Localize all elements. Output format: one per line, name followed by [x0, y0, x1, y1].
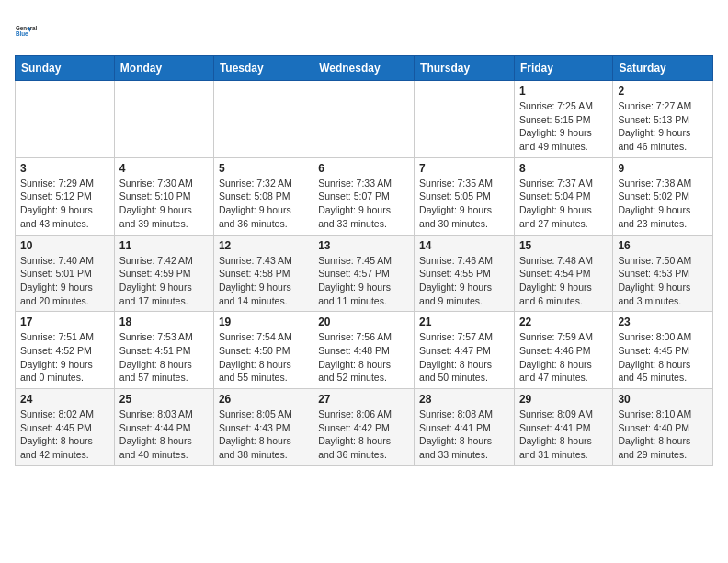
day-info: Sunrise: 7:33 AM Sunset: 5:07 PM Dayligh…: [318, 177, 409, 231]
day-cell: 15Sunrise: 7:48 AM Sunset: 4:54 PM Dayli…: [514, 235, 612, 312]
day-info: Sunrise: 7:54 AM Sunset: 4:50 PM Dayligh…: [219, 330, 308, 385]
header: General Blue: [15, 15, 713, 48]
day-cell: 18Sunrise: 7:53 AM Sunset: 4:51 PM Dayli…: [114, 312, 213, 389]
week-row-4: 17Sunrise: 7:51 AM Sunset: 4:52 PM Dayli…: [16, 312, 713, 389]
weekday-header-saturday: Saturday: [613, 56, 713, 81]
day-cell: 13Sunrise: 7:45 AM Sunset: 4:57 PM Dayli…: [313, 235, 415, 312]
day-number: 14: [419, 239, 509, 252]
day-number: 15: [519, 239, 608, 252]
day-number: 23: [618, 316, 708, 328]
day-cell: 30Sunrise: 8:10 AM Sunset: 4:40 PM Dayli…: [613, 389, 713, 466]
day-number: 21: [419, 316, 509, 328]
day-number: 9: [618, 162, 708, 175]
day-cell: 19Sunrise: 7:54 AM Sunset: 4:50 PM Dayli…: [213, 312, 313, 389]
day-cell: 22Sunrise: 7:59 AM Sunset: 4:46 PM Dayli…: [514, 312, 612, 389]
logo: General Blue: [15, 15, 48, 48]
day-info: Sunrise: 8:02 AM Sunset: 4:45 PM Dayligh…: [20, 408, 109, 462]
day-info: Sunrise: 7:53 AM Sunset: 4:51 PM Dayligh…: [119, 330, 209, 385]
day-cell: 14Sunrise: 7:46 AM Sunset: 4:55 PM Dayli…: [415, 235, 515, 312]
day-info: Sunrise: 7:46 AM Sunset: 4:55 PM Dayligh…: [419, 254, 509, 308]
weekday-header-row: SundayMondayTuesdayWednesdayThursdayFrid…: [16, 56, 713, 81]
day-number: 19: [219, 316, 308, 328]
day-cell: [415, 81, 515, 158]
day-number: 8: [519, 162, 608, 175]
day-info: Sunrise: 7:51 AM Sunset: 4:52 PM Dayligh…: [20, 330, 109, 385]
day-info: Sunrise: 7:42 AM Sunset: 4:59 PM Dayligh…: [119, 254, 209, 308]
day-info: Sunrise: 7:30 AM Sunset: 5:10 PM Dayligh…: [119, 177, 209, 231]
day-cell: 12Sunrise: 7:43 AM Sunset: 4:58 PM Dayli…: [213, 235, 313, 312]
day-cell: 29Sunrise: 8:09 AM Sunset: 4:41 PM Dayli…: [514, 389, 612, 466]
day-cell: 20Sunrise: 7:56 AM Sunset: 4:48 PM Dayli…: [313, 312, 415, 389]
day-info: Sunrise: 7:43 AM Sunset: 4:58 PM Dayligh…: [219, 254, 308, 308]
day-info: Sunrise: 7:35 AM Sunset: 5:05 PM Dayligh…: [419, 177, 509, 231]
day-cell: 9Sunrise: 7:38 AM Sunset: 5:02 PM Daylig…: [613, 157, 713, 235]
day-number: 16: [618, 239, 708, 252]
weekday-header-tuesday: Tuesday: [213, 56, 313, 81]
day-info: Sunrise: 8:09 AM Sunset: 4:41 PM Dayligh…: [519, 408, 608, 462]
day-info: Sunrise: 7:50 AM Sunset: 4:53 PM Dayligh…: [618, 254, 708, 308]
calendar: SundayMondayTuesdayWednesdayThursdayFrid…: [15, 55, 713, 466]
day-cell: 7Sunrise: 7:35 AM Sunset: 5:05 PM Daylig…: [415, 157, 515, 235]
day-cell: 16Sunrise: 7:50 AM Sunset: 4:53 PM Dayli…: [613, 235, 713, 312]
day-cell: [16, 81, 115, 158]
day-number: 28: [419, 393, 509, 406]
day-number: 18: [119, 316, 209, 328]
day-info: Sunrise: 8:05 AM Sunset: 4:43 PM Dayligh…: [219, 408, 308, 462]
logo-icon: General Blue: [15, 15, 48, 48]
day-number: 25: [119, 393, 209, 406]
day-info: Sunrise: 7:40 AM Sunset: 5:01 PM Dayligh…: [20, 254, 109, 308]
day-cell: 25Sunrise: 8:03 AM Sunset: 4:44 PM Dayli…: [114, 389, 213, 466]
day-info: Sunrise: 7:29 AM Sunset: 5:12 PM Dayligh…: [20, 177, 109, 231]
day-cell: 3Sunrise: 7:29 AM Sunset: 5:12 PM Daylig…: [16, 157, 115, 235]
day-cell: 28Sunrise: 8:08 AM Sunset: 4:41 PM Dayli…: [415, 389, 515, 466]
day-number: 4: [119, 162, 209, 175]
day-info: Sunrise: 8:06 AM Sunset: 4:42 PM Dayligh…: [318, 408, 409, 462]
day-number: 13: [318, 239, 409, 252]
day-cell: 8Sunrise: 7:37 AM Sunset: 5:04 PM Daylig…: [514, 157, 612, 235]
day-cell: 4Sunrise: 7:30 AM Sunset: 5:10 PM Daylig…: [114, 157, 213, 235]
day-number: 2: [618, 85, 708, 98]
day-info: Sunrise: 7:27 AM Sunset: 5:13 PM Dayligh…: [618, 99, 708, 154]
day-cell: 1Sunrise: 7:25 AM Sunset: 5:15 PM Daylig…: [514, 81, 612, 158]
day-cell: 17Sunrise: 7:51 AM Sunset: 4:52 PM Dayli…: [16, 312, 115, 389]
day-info: Sunrise: 7:48 AM Sunset: 4:54 PM Dayligh…: [519, 254, 608, 308]
day-number: 30: [618, 393, 708, 406]
day-info: Sunrise: 7:56 AM Sunset: 4:48 PM Dayligh…: [318, 330, 409, 385]
day-info: Sunrise: 7:37 AM Sunset: 5:04 PM Dayligh…: [519, 177, 608, 231]
day-info: Sunrise: 7:45 AM Sunset: 4:57 PM Dayligh…: [318, 254, 409, 308]
day-cell: 27Sunrise: 8:06 AM Sunset: 4:42 PM Dayli…: [313, 389, 415, 466]
day-number: 3: [20, 162, 109, 175]
day-info: Sunrise: 8:08 AM Sunset: 4:41 PM Dayligh…: [419, 408, 509, 462]
day-number: 11: [119, 239, 209, 252]
day-cell: 21Sunrise: 7:57 AM Sunset: 4:47 PM Dayli…: [415, 312, 515, 389]
weekday-header-monday: Monday: [114, 56, 213, 81]
weekday-header-friday: Friday: [514, 56, 612, 81]
day-cell: 5Sunrise: 7:32 AM Sunset: 5:08 PM Daylig…: [213, 157, 313, 235]
day-cell: 2Sunrise: 7:27 AM Sunset: 5:13 PM Daylig…: [613, 81, 713, 158]
day-number: 7: [419, 162, 509, 175]
day-number: 1: [519, 85, 608, 98]
weekday-header-thursday: Thursday: [415, 56, 515, 81]
day-info: Sunrise: 8:10 AM Sunset: 4:40 PM Dayligh…: [618, 408, 708, 462]
day-cell: [313, 81, 415, 158]
day-number: 12: [219, 239, 308, 252]
day-number: 26: [219, 393, 308, 406]
day-cell: [213, 81, 313, 158]
day-info: Sunrise: 7:38 AM Sunset: 5:02 PM Dayligh…: [618, 177, 708, 231]
day-cell: 24Sunrise: 8:02 AM Sunset: 4:45 PM Dayli…: [16, 389, 115, 466]
day-number: 27: [318, 393, 409, 406]
day-cell: [114, 81, 213, 158]
day-info: Sunrise: 8:03 AM Sunset: 4:44 PM Dayligh…: [119, 408, 209, 462]
day-number: 24: [20, 393, 109, 406]
day-number: 22: [519, 316, 608, 328]
day-cell: 6Sunrise: 7:33 AM Sunset: 5:07 PM Daylig…: [313, 157, 415, 235]
day-info: Sunrise: 7:25 AM Sunset: 5:15 PM Dayligh…: [519, 99, 608, 154]
day-cell: 10Sunrise: 7:40 AM Sunset: 5:01 PM Dayli…: [16, 235, 115, 312]
day-cell: 23Sunrise: 8:00 AM Sunset: 4:45 PM Dayli…: [613, 312, 713, 389]
week-row-5: 24Sunrise: 8:02 AM Sunset: 4:45 PM Dayli…: [16, 389, 713, 466]
week-row-1: 1Sunrise: 7:25 AM Sunset: 5:15 PM Daylig…: [16, 81, 713, 158]
svg-text:Blue: Blue: [16, 30, 28, 37]
weekday-header-sunday: Sunday: [16, 56, 115, 81]
day-number: 17: [20, 316, 109, 328]
day-info: Sunrise: 7:57 AM Sunset: 4:47 PM Dayligh…: [419, 330, 509, 385]
